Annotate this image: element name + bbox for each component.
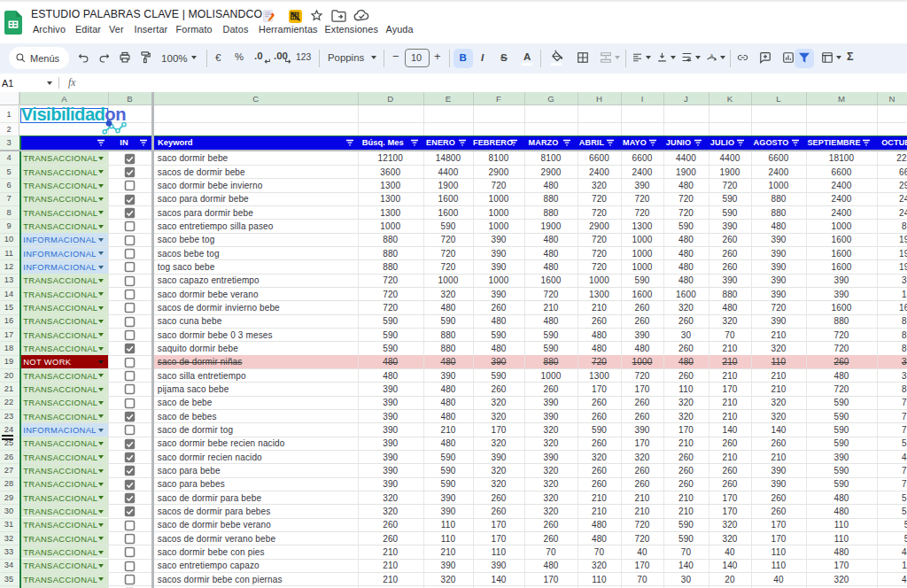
svg-text:A: A xyxy=(710,53,714,58)
